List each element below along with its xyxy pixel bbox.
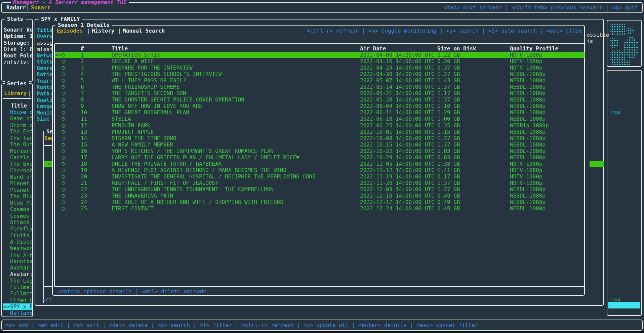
series-list-item[interactable]: Moriart — [3, 148, 32, 154]
episode-quality: WEBDL-1080p — [510, 129, 546, 135]
monitored-tag-icon[interactable] — [62, 206, 66, 212]
series-list-item[interactable]: Cosmos — [3, 206, 32, 212]
episode-number: 7 — [81, 90, 84, 96]
episode-quality: WEBDL-1080p — [510, 71, 546, 77]
series-list-item[interactable]: Chernob — [3, 167, 32, 174]
table-row[interactable]: 3PREPARE FOR THE INTERVIEW2022-04-23 14:… — [55, 65, 585, 71]
series-title: Storm o — [10, 122, 32, 128]
tag-icon — [62, 72, 66, 77]
table-row[interactable]: 2SECURE A WIFE2022-04-16 14:00:00 UTC0.2… — [55, 58, 585, 65]
episode-size: 1.37 GB — [437, 141, 460, 148]
episode-air-date: 2022-04-30 14:00:00 UTC — [360, 71, 435, 77]
series-list-item[interactable]: Game of — [3, 115, 32, 122]
table-row[interactable]: =>1OPERATION STRIX2022-04-09 14:00:00 UT… — [55, 52, 585, 58]
series-list-item[interactable]: The Out — [3, 141, 32, 148]
episode-size: 1.29 GB — [437, 109, 460, 116]
episode-number: 15 — [81, 141, 87, 148]
episode-size: 1.37 GB — [437, 71, 460, 77]
series-title: The Leg — [10, 278, 32, 284]
table-row[interactable]: 16YOR'S KITCHEN / THE INFORMANT'S GREAT … — [55, 148, 585, 154]
tag-icon — [62, 207, 66, 211]
episode-title: THE UNDERGROUND TENNIS TOURNAMENT: THE C… — [112, 186, 274, 193]
episode-quality: WEBDL-1080p — [510, 193, 546, 199]
table-row[interactable]: 18UNCLE THE PRIVATE TUTOR / DAYBREAK2022… — [55, 161, 585, 167]
series-list-item[interactable]: The Ter — [3, 135, 32, 141]
tab-manual-search[interactable]: Manual Search — [123, 28, 165, 34]
table-row[interactable]: 7THE TARGET'S SECOND SON2022-05-21 14:00… — [55, 90, 585, 96]
table-row[interactable]: 9SHOW OFF HOW IN LOVE YOU ARE2022-06-04 … — [55, 103, 585, 109]
episode-air-date: 2022-04-16 14:00:00 UTC — [360, 58, 435, 65]
tab-library[interactable]: Library — [4, 90, 27, 96]
series-list-item[interactable]: The Blu — [3, 193, 32, 200]
tab-sonarr[interactable]: Sonarr — [31, 4, 50, 11]
series-list-item[interactable]: Avatar: — [3, 271, 32, 277]
series-list-item[interactable]: A Disco — [3, 239, 32, 245]
episode-number: 8 — [81, 96, 84, 103]
table-row[interactable]: 22THE UNDERGROUND TENNIS TOURNAMENT: THE… — [55, 186, 585, 193]
table-row[interactable]: 24THE ROLE OF A MOTHER AND WIFE / SHOPPI… — [55, 199, 585, 205]
episode-number: 10 — [81, 109, 87, 116]
episode-size: 0.83 GB — [437, 154, 460, 161]
episode-air-date: 2022-12-10 14:00:00 UTC — [360, 193, 435, 199]
series-list-item[interactable]: Hanniba — [3, 258, 32, 264]
series-list-item[interactable]: The Exo — [3, 161, 32, 167]
series-list-item[interactable]: Firefly — [3, 225, 32, 232]
series-list-item[interactable]: The X-F — [3, 252, 32, 258]
series-list-item[interactable]: Fullmet — [3, 290, 32, 297]
episode-quality: WEBDL-1080p — [510, 103, 546, 109]
tag-icon — [62, 130, 66, 134]
tab-radarr[interactable]: Radarr — [6, 4, 26, 11]
series-list-item[interactable]: Fullmet — [3, 284, 32, 290]
episode-air-date: 2022-06-18 14:00:00 UTC — [360, 116, 435, 122]
table-row[interactable]: 13PROJECT APPLE2022-10-01 14:00:00 UTC1.… — [55, 129, 585, 135]
table-row[interactable]: 8THE COUNTER-SECRET POLICE COVER OPERATI… — [55, 96, 585, 103]
table-row[interactable]: 14DISARM THE TIME BOMB2022-10-08 14:00:0… — [55, 135, 585, 141]
table-row[interactable]: 20INVESTIGATE THE GENERAL HOSPITAL / DEC… — [55, 173, 585, 180]
series-title: Fullmet — [10, 290, 32, 297]
series-list-item[interactable]: The Leg — [3, 278, 32, 284]
table-row[interactable]: 15A NEW FAMILY MEMBER2022-10-15 14:00:00… — [55, 141, 585, 148]
table-row[interactable]: 25FIRST CONTACT2022-12-24 14:00:00 UTC0.… — [55, 205, 585, 212]
tab-episodes[interactable]: Episodes — [57, 28, 83, 34]
series-list-item[interactable]: =>SPY x F — [3, 303, 32, 310]
episode-air-date: 2022-11-12 14:00:00 UTC — [360, 167, 435, 173]
table-row[interactable]: 23THE UNWAVERING PATH2022-12-10 14:00:00… — [55, 193, 585, 199]
series-list-item[interactable]: Castle — [3, 154, 32, 161]
tag-icon — [62, 175, 66, 179]
table-row[interactable]: 19A REVENGE PLOT AGAINST DESMOND / MAMA … — [55, 167, 585, 173]
episode-quality: HDTV-1080p — [510, 167, 542, 173]
table-row[interactable]: 12PENGUIN PARK2022-06-25 14:00:00 UTC0.3… — [55, 122, 585, 129]
episode-number: 6 — [81, 84, 84, 90]
tag-icon — [62, 98, 66, 102]
series-title: The Exo — [10, 161, 32, 167]
tab-history[interactable]: History — [92, 28, 114, 34]
series-list-item[interactable]: Attack — [3, 219, 32, 225]
table-row[interactable]: 21NIGHTFALL / FIRST FIT OF JEALOUSY2022-… — [55, 180, 585, 186]
table-row[interactable]: 17CARRY OUT THE GRIFFIN PLAN / FULLMETAL… — [55, 154, 585, 161]
series-list-item[interactable]: Elfen L — [3, 297, 32, 303]
series-list-item[interactable]: Outland — [3, 310, 32, 316]
series-title: Castle — [10, 154, 30, 161]
series-list-item[interactable]: Band of — [3, 174, 32, 180]
series-list-item[interactable]: Storm o — [3, 122, 32, 128]
series-list-item[interactable]: Fruits — [3, 232, 32, 239]
table-row[interactable]: 10THE GREAT DODGEBALL PLAN2022-06-11 14:… — [55, 109, 585, 116]
episode-air-date: 2022-06-25 14:00:00 UTC — [360, 122, 435, 129]
table-row[interactable]: 4THE PRESTIGIOUS SCHOOL'S INTERVIEW2022-… — [55, 71, 585, 77]
series-list-item[interactable]: Planet — [3, 180, 32, 186]
series-list-item[interactable]: Westwor — [3, 245, 32, 251]
stats-line: Root Folde — [4, 52, 33, 59]
series-list-item[interactable]: Planet — [3, 187, 32, 193]
table-row[interactable]: 6THE FRIENDSHIP SCHEME2022-05-14 14:00:0… — [55, 84, 585, 90]
episode-title: A NEW FAMILY MEMBER — [112, 141, 173, 148]
episode-number: 5 — [81, 77, 84, 84]
series-list-item[interactable]: House o — [3, 109, 32, 115]
series-list-item[interactable]: Avatar: — [3, 264, 32, 271]
table-row[interactable]: 5WILL THEY PASS OR FAIL?2022-05-07 14:00… — [55, 77, 585, 84]
episode-size: 0.37 GB — [437, 65, 460, 71]
series-list-item[interactable]: Cosmos — [3, 213, 32, 219]
tag-icon — [62, 143, 66, 147]
table-row[interactable]: 11STELLA2022-06-18 14:00:00 UTC1.00 GBWE… — [55, 116, 585, 122]
series-list-item[interactable]: The Enf — [3, 128, 32, 135]
series-list-item[interactable]: Blue Pl — [3, 200, 32, 206]
